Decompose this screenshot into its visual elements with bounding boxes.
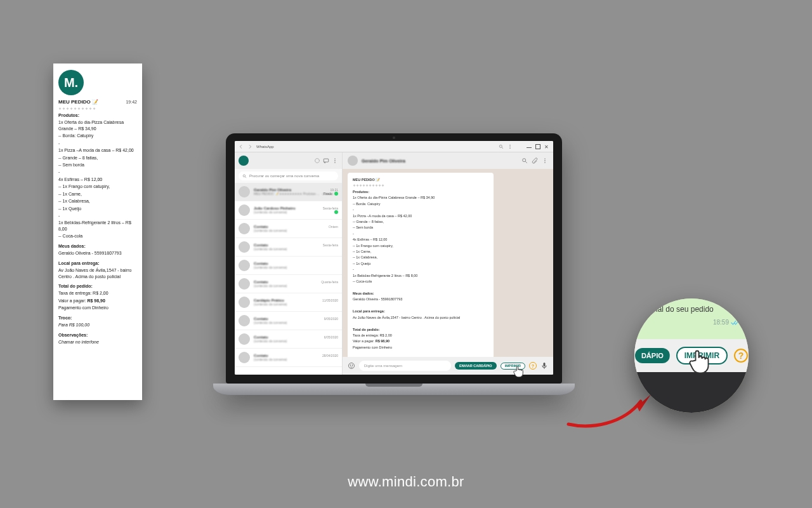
composer: Digite uma mensagem ENVIAR CARDÁPIO IMPR…: [343, 357, 553, 375]
wa-sidebar: Procurar ou começar uma nova conversa Ge…: [235, 152, 343, 375]
svg-point-14: [349, 363, 355, 369]
chat-avatar: [239, 260, 250, 271]
troco-value: Para R$ 100,00: [58, 323, 89, 327]
svg-point-0: [499, 145, 502, 147]
window-maximize-icon[interactable]: [535, 144, 540, 149]
products-heading: Produtos:: [58, 113, 79, 117]
menu-icon[interactable]: [332, 157, 338, 164]
header-menu-icon[interactable]: [542, 157, 548, 164]
svg-point-10: [523, 159, 526, 162]
svg-point-6: [334, 158, 335, 159]
chat-avatar: [239, 278, 250, 290]
new-chat-icon[interactable]: [323, 157, 329, 164]
header-search-icon[interactable]: [521, 157, 528, 164]
back-icon[interactable]: [239, 144, 244, 149]
chat-list-item[interactable]: Contato6/05/2020(conteúdo da conversa): [235, 330, 342, 349]
address-heading: Local para entrega:: [58, 261, 100, 265]
chat-list: Geraldo Pim Oliveira19:21MEU PEDIDO 📝 ∗∗…: [235, 183, 342, 375]
search-placeholder: Procurar ou começar uma nova conversa: [249, 174, 319, 178]
help-button[interactable]: ?: [529, 362, 537, 370]
window-close-icon[interactable]: [544, 144, 549, 149]
svg-rect-5: [324, 159, 329, 162]
receipt-title: MEU PEDIDO 📝: [58, 99, 98, 106]
magnifier-bubble-time: 18:59: [713, 319, 729, 326]
svg-point-7: [334, 160, 335, 161]
message-placeholder: Digite uma mensagem: [364, 364, 402, 368]
magnifier-bubble-text: o final do seu pedido: [643, 305, 740, 314]
magnifier: o final do seu pedido 18:59 DÁPIO IMPRIM…: [634, 298, 749, 413]
chat-list-item[interactable]: Contato(conteúdo da conversa): [235, 257, 342, 275]
svg-point-12: [544, 160, 545, 161]
chat-list-item[interactable]: Geraldo Pim Oliveira19:21MEU PEDIDO 📝 ∗∗…: [235, 183, 342, 201]
mydata-value: Geraldo Oliveira - 55991807793: [58, 250, 137, 256]
chat-list-item[interactable]: ContatoSexta-feira(conteúdo da conversa): [235, 238, 342, 257]
total-heading: Total do pedido:: [58, 284, 93, 288]
chat-list-item[interactable]: João Cardoso PinheiroSexta-feira(conteúd…: [235, 201, 342, 220]
chat-list-item[interactable]: Cardápio Prático11/05/2020(conteúdo da c…: [235, 293, 342, 312]
search-input[interactable]: Procurar ou começar uma nova conversa: [239, 171, 338, 180]
magnifier-help-button[interactable]: ?: [734, 349, 748, 363]
chat-avatar: [239, 352, 250, 363]
svg-rect-17: [544, 368, 545, 369]
total-line-1: Valor a pagar: R$ 98,90: [58, 298, 137, 304]
chat-list-item[interactable]: Contato9/05/2020(conteúdo da conversa): [235, 312, 342, 330]
receipt-time: 19:42: [126, 99, 137, 105]
svg-point-1: [509, 145, 510, 145]
laptop-mockup: WhatsApp: [213, 133, 575, 395]
kebab-icon[interactable]: [508, 144, 513, 149]
cursor-hand-large-icon: [688, 348, 713, 376]
chat-list-item[interactable]: Contato28/04/2020(conteúdo da conversa): [235, 349, 342, 367]
svg-point-11: [544, 158, 545, 159]
total-line-2: Pagamento com Dinheiro: [58, 305, 137, 311]
chat-avatar: [239, 204, 250, 216]
forward-icon[interactable]: [247, 144, 252, 149]
chat-list-item[interactable]: ContatoOntem(conteúdo da conversa): [235, 220, 342, 238]
obs-heading: Observações:: [58, 333, 88, 337]
order-message-bubble: MEU PEDIDO 📝 ∗∗∗∗∗∗∗∗∗∗ Produtos: 1x Ofe…: [348, 173, 494, 357]
emoji-icon[interactable]: [348, 362, 355, 370]
attach-icon[interactable]: [532, 157, 538, 164]
double-check-icon: [731, 319, 740, 326]
obs-value: Chamar no interfone: [58, 340, 99, 344]
svg-point-16: [352, 365, 353, 366]
tab-title: WhatsApp: [256, 145, 274, 149]
svg-point-3: [509, 147, 510, 148]
svg-point-2: [509, 146, 510, 147]
mic-icon[interactable]: [540, 362, 548, 370]
magnifier-cardapio-button-partial[interactable]: DÁPIO: [635, 348, 670, 363]
address-value: Av João Naves de Ávila,1547 - bairro Cen…: [58, 267, 137, 279]
chat-avatar: [239, 186, 250, 197]
message-input[interactable]: Digite uma mensagem: [359, 361, 451, 371]
chat-avatar: [239, 333, 250, 345]
receipt-card: M. MEU PEDIDO 📝 19:42 ∗∗∗∗∗∗∗∗∗∗ Produto…: [53, 64, 142, 400]
imprimir-button[interactable]: IMPRIMIR: [501, 363, 525, 370]
arrow-icon: [566, 392, 655, 431]
contact-avatar[interactable]: [348, 156, 358, 166]
troco-heading: Troco:: [58, 316, 72, 320]
status-icon[interactable]: [314, 157, 320, 164]
brand-logo: M.: [58, 70, 84, 95]
chat-avatar: [239, 223, 250, 234]
my-avatar[interactable]: [239, 156, 249, 166]
svg-point-13: [544, 162, 545, 163]
browser-toolbar: WhatsApp: [235, 141, 553, 152]
footer-url: www.mindi.com.br: [0, 474, 812, 490]
chat-avatar: [239, 297, 250, 308]
svg-point-15: [350, 365, 351, 366]
enviar-cardapio-button[interactable]: ENVIAR CARDÁPIO: [455, 362, 497, 370]
svg-point-9: [243, 175, 246, 177]
search-icon[interactable]: [499, 144, 504, 149]
laptop-base: [213, 384, 575, 395]
contact-name: Geraldo Pim Oliveira: [362, 159, 405, 163]
chat-list-item[interactable]: ContatoQuarta-feira(conteúdo da conversa…: [235, 275, 342, 293]
svg-point-4: [315, 159, 320, 163]
receipt-items: 1x Oferta do dia-Pizza Calabresa Grande …: [58, 119, 137, 239]
receipt-rule: ∗∗∗∗∗∗∗∗∗∗: [58, 106, 137, 111]
window-minimize-icon[interactable]: [527, 143, 532, 148]
mydata-heading: Meus dados:: [58, 244, 86, 248]
chat-header: Geraldo Pim Oliveira: [343, 152, 553, 169]
search-glass-icon: [242, 174, 247, 178]
chat-avatar: [239, 315, 250, 326]
chat-avatar: [239, 241, 250, 253]
total-line-0: Taxa de entrega: R$ 2,00: [58, 290, 137, 296]
